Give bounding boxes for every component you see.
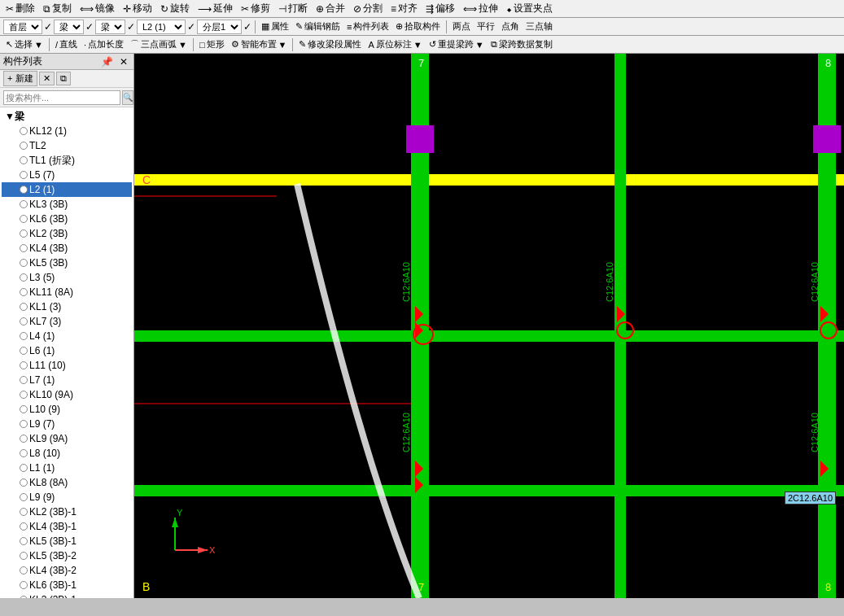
repick-span-btn[interactable]: ↺ 重提梁跨 ▼ (426, 37, 487, 51)
tree-item-19[interactable]: L10 (9) (2, 402, 132, 417)
floor-select[interactable]: 首层 (3, 20, 42, 34)
tree-root[interactable]: ▼ 梁 (2, 109, 132, 124)
tree-item-4[interactable]: L2 (1) (2, 182, 132, 197)
beam-icon-5 (20, 200, 28, 208)
mirror-btn[interactable]: ⟺ 镜像 (77, 1, 117, 16)
tree-item-20[interactable]: L9 (7) (2, 417, 132, 431)
tree-item-5[interactable]: KL3 (3B) (2, 197, 132, 212)
tree-item-21[interactable]: KL9 (9A) (2, 431, 132, 446)
type1-select[interactable]: 梁 (54, 20, 84, 34)
tree-item-24[interactable]: KL8 (8A) (2, 475, 132, 490)
orig-label-btn[interactable]: A 原位标注 ▼ (365, 37, 424, 51)
beam-icon-21 (20, 435, 28, 443)
tree-item-28[interactable]: KL5 (3B)-1 (2, 534, 132, 548)
svg-text:C12:6A10: C12:6A10 (605, 262, 614, 302)
setpoint-btn[interactable]: ⬥ 设置夹点 (504, 1, 555, 16)
tree-item-18[interactable]: KL10 (9A) (2, 387, 132, 402)
root-expand-icon: ▼ (5, 111, 15, 122)
svg-text:Y: Y (177, 508, 183, 518)
smart-layout-btn[interactable]: ⚙ 智能布置 ▼ (229, 37, 290, 51)
angle-btn[interactable]: 点角 (499, 20, 522, 33)
trim-btn[interactable]: ✂ 修剪 (238, 1, 273, 16)
delete-btn[interactable]: ✂ 删除 (3, 1, 37, 16)
beam-icon-24 (20, 478, 28, 487)
tree-item-6[interactable]: KL6 (3B) (2, 212, 132, 226)
stretch-btn[interactable]: ⟺ 拉伸 (461, 1, 501, 16)
beam-icon-18 (20, 391, 28, 399)
tree-item-0[interactable]: KL12 (1) (2, 124, 132, 138)
tree-item-1[interactable]: TL2 (2, 138, 132, 153)
tree-item-25[interactable]: L9 (9) (2, 490, 132, 505)
extend-btn[interactable]: ⟶ 延伸 (195, 1, 235, 16)
new-component-btn[interactable]: + 新建 (3, 71, 37, 86)
modify-beam-seg-btn[interactable]: ✎ 修改梁段属性 (296, 37, 364, 51)
tree-item-3[interactable]: L5 (7) (2, 168, 132, 182)
tree-item-14[interactable]: L4 (1) (2, 329, 132, 343)
tree-item-29[interactable]: KL5 (3B)-2 (2, 548, 132, 563)
rotate-btn[interactable]: ↻ 旋转 (158, 1, 192, 16)
mirror-icon: ⟺ (80, 3, 94, 15)
search-input[interactable] (3, 90, 120, 105)
offset-btn[interactable]: ⇶ 偏移 (423, 1, 457, 16)
delete-component-btn[interactable]: ✕ (39, 72, 55, 85)
panel-pin-btn[interactable]: 📌 (98, 56, 116, 68)
tree-item-2[interactable]: TL1 (折梁) (2, 153, 132, 168)
root-label: 梁 (15, 110, 24, 124)
span-copy-btn[interactable]: ⧉ 梁跨数据复制 (488, 37, 555, 51)
tree-item-32[interactable]: KL3 (3B)-1 (2, 592, 132, 598)
beam-icon-32 (20, 596, 28, 598)
tree-item-10[interactable]: L3 (5) (2, 270, 132, 285)
svg-text:C12:6A10: C12:6A10 (401, 262, 411, 302)
break-btn[interactable]: ⊣ 打断 (276, 1, 310, 16)
beam-icon-10 (20, 273, 28, 282)
tree-item-22[interactable]: L8 (10) (2, 446, 132, 461)
search-button[interactable]: 🔍 (122, 90, 133, 105)
tree-item-13[interactable]: KL7 (3) (2, 314, 132, 329)
layer-select[interactable]: 分层1 (197, 20, 242, 34)
sep3 (49, 38, 50, 51)
main-layout: 构件列表 📌 ✕ + 新建 ✕ ⧉ 🔍 ▼ 梁 KL12 (1)TL2TL1 ( (0, 54, 844, 598)
tree-item-31[interactable]: KL6 (3B)-1 (2, 578, 132, 592)
tree-item-30[interactable]: KL4 (3B)-2 (2, 563, 132, 578)
tree-item-12[interactable]: KL1 (3) (2, 299, 132, 314)
point-length-btn[interactable]: · 点加长度 (81, 37, 126, 51)
edit-rebar-btn[interactable]: ✎ 编辑钢筋 (293, 20, 343, 33)
tree-item-7[interactable]: KL2 (3B) (2, 226, 132, 241)
merge-btn[interactable]: ⊕ 合并 (313, 1, 348, 16)
canvas-area[interactable]: C12:6A10 C12:6A10 C12:6A10 C12:6A10 C12:… (134, 54, 844, 598)
svg-rect-0 (134, 54, 844, 598)
tree-item-17[interactable]: L7 (1) (2, 373, 132, 387)
rect-btn[interactable]: □ 矩形 (197, 37, 227, 51)
move-btn[interactable]: ✛ 移动 (120, 1, 155, 16)
two-point-btn[interactable]: 两点 (450, 20, 473, 33)
tree-item-27[interactable]: KL4 (3B)-1 (2, 519, 132, 534)
three-axis-btn[interactable]: 三点轴 (523, 20, 555, 33)
copy-component-btn[interactable]: ⧉ (56, 72, 71, 85)
align-btn[interactable]: ≡ 对齐 (388, 1, 420, 16)
sep1 (255, 20, 256, 33)
copy-btn[interactable]: ⧉ 复制 (41, 1, 74, 16)
beam-icon-15 (20, 347, 28, 355)
tree-item-26[interactable]: KL2 (3B)-1 (2, 505, 132, 519)
tree-item-15[interactable]: L6 (1) (2, 343, 132, 358)
pick-component-btn[interactable]: ⊕ 拾取构件 (393, 20, 443, 33)
beam-select[interactable]: L2 (1) (137, 20, 186, 34)
three-point-arc-btn[interactable]: ⌒ 三点画弧 ▼ (128, 37, 190, 51)
tree-item-8[interactable]: KL4 (3B) (2, 241, 132, 256)
parallel-btn[interactable]: 平行 (474, 20, 497, 33)
select-btn[interactable]: ↖ 选择 ▼ (3, 37, 46, 51)
attr-btn[interactable]: ▦ 属性 (259, 20, 291, 33)
beam-icon-19 (20, 405, 28, 413)
align-icon: ≡ (391, 3, 396, 15)
panel-close-btn[interactable]: ✕ (117, 56, 130, 68)
tree-item-11[interactable]: KL11 (8A) (2, 285, 132, 299)
component-list-btn[interactable]: ≡ 构件列表 (344, 20, 391, 33)
split-btn[interactable]: ⊘ 分割 (351, 1, 385, 16)
tree-item-23[interactable]: L1 (1) (2, 461, 132, 475)
line-btn[interactable]: / 直线 (53, 37, 80, 51)
sep4 (193, 38, 194, 51)
tree-item-9[interactable]: KL5 (3B) (2, 256, 132, 270)
beam-icon-25 (20, 493, 28, 501)
tree-item-16[interactable]: L11 (10) (2, 358, 132, 373)
type2-select[interactable]: 梁 (95, 20, 125, 34)
